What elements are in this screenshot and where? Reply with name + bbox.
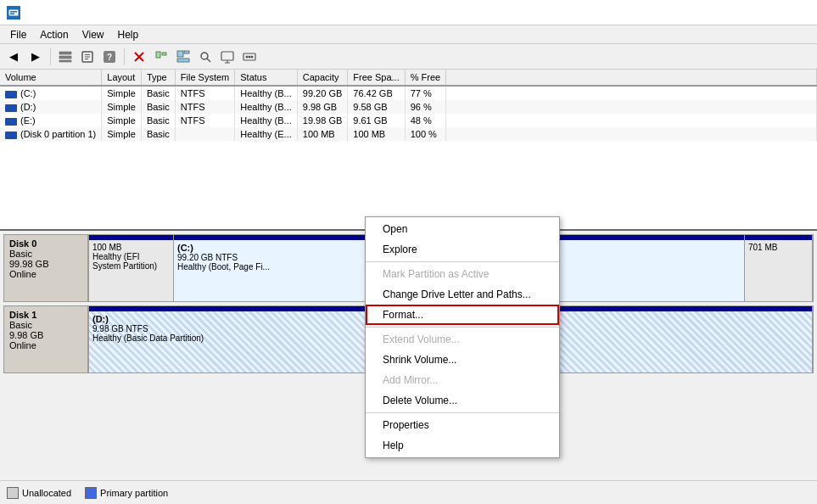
close-button[interactable] [771, 0, 810, 25]
col-freespace[interactable]: Free Spa... [348, 70, 405, 86]
context-menu-item[interactable]: Open [366, 219, 559, 239]
svg-rect-15 [162, 53, 166, 55]
disk-1-type: Basic [9, 320, 82, 330]
svg-point-19 [201, 53, 208, 59]
table-row[interactable]: (E:)SimpleBasicNTFSHealthy (B...19.98 GB… [0, 114, 817, 127]
svg-point-25 [246, 55, 249, 58]
col-type[interactable]: Type [141, 70, 175, 86]
search-toolbar-button[interactable] [195, 47, 215, 67]
back-button[interactable]: ◀ [3, 47, 24, 67]
display-toolbar-button[interactable] [217, 47, 238, 67]
context-menu-item[interactable]: Help [366, 435, 559, 456]
col-layout[interactable]: Layout [102, 70, 142, 86]
toolbar: ◀ ▶ ? [0, 44, 817, 70]
menu-view[interactable]: View [76, 27, 111, 42]
volume-table-area: Volume Layout Type File System Status Ca… [0, 70, 817, 231]
svg-rect-1 [10, 11, 17, 13]
legend-primary-label: Primary partition [100, 488, 168, 498]
context-menu-item[interactable]: Explore [366, 239, 559, 260]
svg-rect-18 [177, 59, 189, 62]
recovery-size: 701 MB [748, 243, 809, 252]
context-menu-item[interactable]: Properties [366, 415, 559, 435]
maximize-button[interactable] [732, 0, 771, 25]
svg-text:?: ? [107, 53, 112, 62]
legend-primary-box [85, 487, 97, 499]
efi-status: Healthy (EFI System Partition) [92, 252, 170, 271]
svg-rect-3 [59, 52, 71, 54]
view-toolbar-button[interactable] [173, 47, 193, 67]
context-menu-separator [366, 261, 559, 262]
legend-unallocated: Unallocated [7, 487, 71, 499]
title-bar [0, 0, 817, 25]
table-row[interactable]: (Disk 0 partition 1)SimpleBasicHealthy (… [0, 127, 817, 141]
toolbar-separator-1 [50, 48, 51, 65]
disk-0-name: Disk 0 [9, 238, 82, 249]
show-volumes-button[interactable] [55, 47, 76, 67]
col-extra [446, 70, 817, 86]
col-status[interactable]: Status [235, 70, 298, 86]
context-menu-item[interactable]: Change Drive Letter and Paths... [366, 284, 559, 305]
delete-toolbar-button[interactable] [129, 47, 149, 67]
volume-icon [5, 91, 17, 98]
disk-0-size: 99.98 GB [9, 259, 82, 269]
disk-1-name: Disk 1 [9, 310, 82, 320]
menu-bar: File Action View Help [0, 25, 817, 44]
context-menu-separator [366, 327, 559, 328]
svg-point-27 [251, 55, 254, 58]
volume-table: Volume Layout Type File System Status Ca… [0, 70, 817, 141]
partition-header-efi [89, 235, 173, 240]
partition-header-recovery [745, 235, 812, 240]
col-filesystem[interactable]: File System [175, 70, 234, 86]
disk-0-status: Online [9, 269, 82, 279]
volume-icon [5, 104, 17, 112]
disk-0-partition-efi[interactable]: 100 MB Healthy (EFI System Partition) [89, 235, 174, 301]
svg-rect-21 [221, 52, 233, 60]
toolbar-separator-2 [124, 48, 125, 65]
extra-toolbar-button[interactable] [239, 47, 260, 67]
context-menu-separator [366, 412, 559, 413]
legend: Unallocated Primary partition [0, 480, 817, 504]
svg-line-20 [207, 59, 210, 62]
disk-1-status: Online [9, 340, 82, 350]
table-row[interactable]: (D:)SimpleBasicNTFSHealthy (B...9.98 GB9… [0, 100, 817, 114]
context-menu-item[interactable]: Delete Volume... [366, 390, 559, 411]
disk-0-type: Basic [9, 249, 82, 259]
svg-rect-14 [156, 52, 160, 58]
menu-action[interactable]: Action [33, 27, 75, 42]
legend-unallocated-box [7, 487, 19, 499]
col-volume[interactable]: Volume [0, 70, 102, 86]
context-menu-item[interactable]: Shrink Volume... [366, 350, 559, 370]
disk-0-partition-recovery[interactable]: 701 MB [745, 235, 813, 301]
svg-rect-2 [10, 13, 14, 14]
help-toolbar-button[interactable]: ? [99, 47, 120, 67]
app-icon [7, 6, 20, 20]
svg-rect-5 [59, 60, 71, 62]
svg-rect-4 [59, 56, 71, 59]
efi-size: 100 MB [92, 243, 170, 252]
disk-1-size: 9.98 GB [9, 330, 82, 340]
disk-1-label: Disk 1 Basic 9.98 GB Online [3, 305, 88, 373]
svg-rect-0 [8, 9, 19, 16]
svg-point-26 [249, 55, 251, 58]
svg-rect-17 [184, 51, 189, 53]
col-percentfree[interactable]: % Free [405, 70, 445, 86]
legend-primary: Primary partition [85, 487, 168, 499]
legend-unallocated-label: Unallocated [22, 488, 71, 498]
context-menu-item: Mark Partition as Active [366, 264, 559, 284]
context-menu: OpenExploreMark Partition as ActiveChang… [365, 216, 560, 458]
volume-icon [5, 132, 17, 139]
menu-help[interactable]: Help [111, 27, 146, 42]
context-menu-item: Add Mirror... [366, 370, 559, 390]
menu-file[interactable]: File [3, 27, 33, 42]
forward-button[interactable]: ▶ [25, 47, 46, 67]
context-menu-item: Extend Volume... [366, 329, 559, 350]
context-menu-item[interactable]: Format... [366, 305, 559, 325]
disk-0-label: Disk 0 Basic 99.98 GB Online [3, 234, 88, 302]
properties-toolbar-button[interactable] [77, 47, 98, 67]
refresh-toolbar-button[interactable] [151, 47, 171, 67]
table-row[interactable]: (C:)SimpleBasicNTFSHealthy (B...99.20 GB… [0, 86, 817, 100]
minimize-button[interactable] [693, 0, 732, 25]
window-controls [693, 0, 810, 25]
col-capacity[interactable]: Capacity [297, 70, 347, 86]
svg-rect-16 [177, 51, 183, 57]
